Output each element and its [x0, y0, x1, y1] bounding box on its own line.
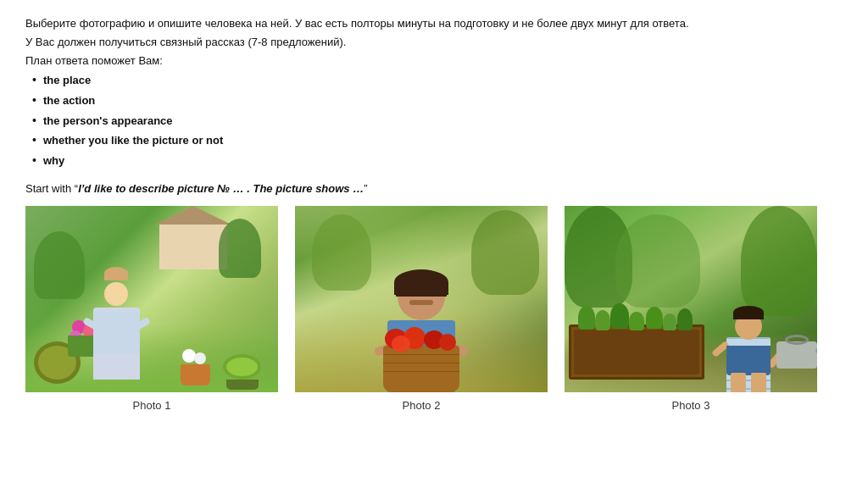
- photo2-tree1: [312, 214, 371, 291]
- photo1-tree2: [219, 219, 261, 278]
- start-with-text: Start with “I’d like to describe picture…: [25, 180, 843, 197]
- photo3-person: [726, 308, 771, 375]
- instruction-line2: У Вас должен получиться связный рассказ …: [25, 34, 843, 51]
- bullet-item-like: whether you like the picture or not: [32, 131, 843, 150]
- photo2-person: [387, 269, 455, 392]
- photos-container: Photo 1: [25, 206, 843, 412]
- photo3-tree2: [741, 206, 817, 316]
- photo3-watering-can: [776, 341, 817, 369]
- photo-1-image[interactable]: [25, 206, 278, 392]
- photo2-tree2: [471, 210, 539, 295]
- bullet-item-why: why: [32, 152, 843, 170]
- photo-2-wrapper: Photo 2: [295, 206, 548, 412]
- photo-3-label: Photo 3: [672, 399, 710, 412]
- bullet-item-place: the place: [32, 71, 843, 90]
- start-suffix: ”: [364, 182, 367, 195]
- photo-2-label: Photo 2: [403, 399, 441, 412]
- photo1-house-decoration: [159, 223, 227, 269]
- photo1-pot-right: [223, 354, 261, 388]
- photo-1-wrapper: Photo 1: [25, 206, 278, 412]
- photo-2-image[interactable]: [295, 206, 548, 392]
- instruction-line1: Выберите фотографию и опишите человека н…: [25, 15, 843, 32]
- bullet-item-action: the action: [32, 92, 843, 110]
- photo2-basket: [383, 346, 459, 392]
- plan-header: План ответа поможет Вам:: [25, 53, 843, 69]
- photo1-tree: [34, 231, 85, 299]
- bullet-list: the place the action the person's appear…: [32, 71, 843, 169]
- bullet-item-appearance: the person's appearance: [32, 112, 843, 130]
- photo1-person: [93, 308, 140, 380]
- photo-1-label: Photo 1: [133, 399, 171, 412]
- photo3-garden-bed: [569, 324, 704, 380]
- start-quote: I’d like to describe picture № … . The p…: [78, 182, 364, 195]
- photo-3-image[interactable]: [565, 206, 817, 392]
- photo3-tree3: [615, 214, 700, 308]
- start-prefix: Start with “: [25, 182, 78, 195]
- photo1-white-flowers: [181, 364, 210, 385]
- photo-3-wrapper: Photo 3: [565, 206, 817, 412]
- instructions-block: Выберите фотографию и опишите человека н…: [25, 15, 843, 197]
